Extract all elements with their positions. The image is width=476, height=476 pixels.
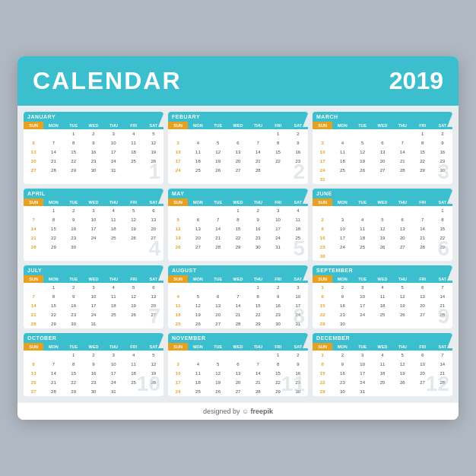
day-header-thu: THU — [248, 343, 268, 351]
days-grid: 1234567891011121314151617181920212223242… — [168, 206, 308, 252]
day-header-mon: MON — [332, 198, 352, 206]
days-header: SUNMONTUEWEDTHUFRISAT — [313, 275, 452, 283]
day-cell: 21 — [24, 310, 43, 319]
day-cell: 7 — [208, 215, 228, 224]
day-cell: 31 — [268, 243, 287, 252]
day-empty — [373, 129, 392, 138]
day-cell: 22 — [228, 233, 248, 243]
day-cell: 4 — [188, 360, 208, 369]
day-cell: 18 — [103, 224, 123, 233]
day-empty — [392, 129, 412, 138]
day-cell: 20 — [228, 157, 248, 166]
day-cell: 30 — [332, 387, 352, 396]
day-header-mon: MON — [188, 343, 208, 351]
day-header-wed: WED — [84, 122, 103, 129]
days-grid: 1234567891011121314151617181920212223242… — [24, 283, 163, 328]
day-cell: 22 — [268, 157, 287, 166]
day-header-sun: SUN — [168, 275, 188, 283]
days-header: SUNMONTUEWEDTHUFRISAT — [24, 198, 163, 206]
day-cell: 29 — [248, 319, 268, 328]
days-grid: 1234567891011121314151617181920212223242… — [24, 351, 163, 396]
day-empty — [168, 283, 188, 292]
day-cell: 15 — [313, 369, 332, 378]
day-cell: 7 — [248, 360, 268, 369]
days-header: SUNMONTUEWEDTHUFRISAT — [24, 343, 163, 351]
month-block: APRILSUNMONTUEWEDTHUFRISAT12345678910111… — [24, 189, 163, 261]
day-cell: 15 — [64, 369, 84, 378]
day-cell: 4 — [332, 138, 352, 148]
day-cell: 10 — [84, 292, 103, 301]
day-cell: 8 — [313, 360, 332, 369]
day-empty — [188, 206, 208, 215]
day-cell: 25 — [123, 157, 143, 166]
day-cell: 22 — [43, 310, 63, 319]
day-cell: 9 — [248, 215, 268, 224]
day-cell: 10 — [84, 215, 103, 224]
day-cell: 24 — [313, 166, 332, 175]
day-cell: 1 — [228, 206, 248, 215]
day-cell: 15 — [228, 224, 248, 233]
day-empty — [24, 206, 43, 215]
day-cell: 23 — [288, 378, 308, 387]
day-cell: 5 — [188, 292, 208, 301]
day-cell: 16 — [248, 224, 268, 233]
day-cell: 5 — [353, 138, 373, 148]
day-header-sun: SUN — [313, 122, 332, 129]
days-grid: 1234567891011121314151617181920212223242… — [168, 283, 308, 328]
day-cell: 2 — [64, 283, 84, 292]
day-cell: 14 — [228, 301, 248, 310]
day-cell: 26 — [144, 157, 163, 166]
calendar-year: 2019 — [389, 67, 443, 95]
day-cell: 4 — [123, 351, 143, 360]
day-header-mon: MON — [43, 198, 63, 206]
day-cell: 17 — [84, 224, 103, 233]
day-cell: 22 — [268, 378, 287, 387]
day-cell: 15 — [248, 301, 268, 310]
day-cell: 12 — [144, 360, 163, 369]
day-cell: 13 — [228, 148, 248, 157]
day-cell: 3 — [313, 138, 332, 148]
day-cell: 22 — [64, 157, 84, 166]
day-cell: 6 — [144, 206, 163, 215]
day-cell: 19 — [373, 233, 392, 243]
day-cell: 30 — [64, 243, 84, 252]
day-cell: 17 — [84, 301, 103, 310]
day-cell: 18 — [123, 369, 143, 378]
day-empty — [313, 206, 332, 215]
day-cell: 10 — [353, 360, 373, 369]
day-cell: 18 — [332, 157, 352, 166]
day-cell: 6 — [228, 360, 248, 369]
day-empty — [353, 206, 373, 215]
day-empty — [24, 283, 43, 292]
day-cell: 15 — [43, 224, 63, 233]
day-header-mon: MON — [43, 343, 63, 351]
day-cell: 16 — [268, 301, 287, 310]
day-cell: 25 — [103, 310, 123, 319]
day-cell: 16 — [84, 369, 103, 378]
month-block: MAYSUNMONTUEWEDTHUFRISAT1234567891011121… — [168, 189, 308, 261]
day-cell: 3 — [84, 206, 103, 215]
day-cell: 27 — [392, 243, 412, 252]
day-cell: 19 — [123, 224, 143, 233]
day-cell: 27 — [412, 310, 432, 319]
day-cell: 16 — [332, 369, 352, 378]
day-cell: 23 — [84, 378, 103, 387]
day-cell: 13 — [228, 369, 248, 378]
day-cell: 8 — [248, 292, 268, 301]
day-header-wed: WED — [373, 343, 392, 351]
day-cell: 4 — [373, 283, 392, 292]
month-name: OCTOBER — [24, 333, 163, 343]
day-cell: 28 — [24, 319, 43, 328]
day-cell: 4 — [288, 206, 308, 215]
month-block: AUGUSTSUNMONTUEWEDTHUFRISAT1234567891011… — [168, 265, 308, 328]
day-cell: 20 — [144, 301, 163, 310]
days-grid: 1234567891011121314151617181920212223242… — [313, 351, 452, 396]
day-cell: 31 — [103, 387, 123, 396]
day-cell: 26 — [373, 243, 392, 252]
day-cell: 26 — [208, 166, 228, 175]
day-empty — [248, 129, 268, 138]
days-grid: 1234567891011121314151617181920212223242… — [24, 129, 163, 175]
day-header-wed: WED — [84, 275, 103, 283]
day-empty — [24, 129, 43, 138]
day-cell: 20 — [228, 378, 248, 387]
